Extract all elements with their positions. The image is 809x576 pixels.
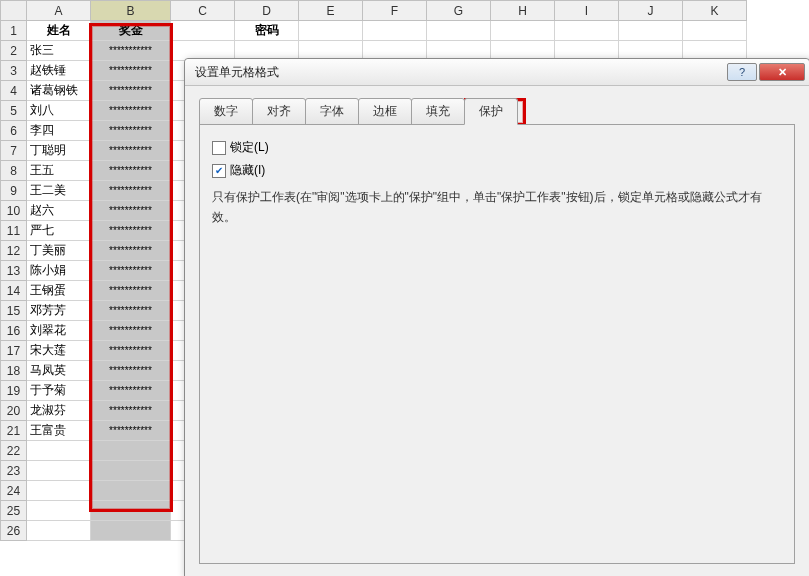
col-head-c[interactable]: C bbox=[171, 1, 235, 21]
cell-B22[interactable] bbox=[91, 441, 171, 461]
row-head-18[interactable]: 18 bbox=[1, 361, 27, 381]
cell-A17[interactable]: 宋大莲 bbox=[27, 341, 91, 361]
row-head-13[interactable]: 13 bbox=[1, 261, 27, 281]
cell-B21[interactable]: *********** bbox=[91, 421, 171, 441]
row-head-7[interactable]: 7 bbox=[1, 141, 27, 161]
row-head-15[interactable]: 15 bbox=[1, 301, 27, 321]
row-head-25[interactable]: 25 bbox=[1, 501, 27, 521]
lock-checkbox[interactable] bbox=[212, 141, 226, 155]
cell-B8[interactable]: *********** bbox=[91, 161, 171, 181]
row-head-8[interactable]: 8 bbox=[1, 161, 27, 181]
cell-E1[interactable] bbox=[299, 21, 363, 41]
cell-A5[interactable]: 刘八 bbox=[27, 101, 91, 121]
cell-B16[interactable]: *********** bbox=[91, 321, 171, 341]
cell-A2[interactable]: 张三 bbox=[27, 41, 91, 61]
row-head-21[interactable]: 21 bbox=[1, 421, 27, 441]
row-head-11[interactable]: 11 bbox=[1, 221, 27, 241]
cell-H1[interactable] bbox=[491, 21, 555, 41]
cell-A21[interactable]: 王富贵 bbox=[27, 421, 91, 441]
col-head-b[interactable]: B bbox=[91, 1, 171, 21]
cell-A19[interactable]: 于予菊 bbox=[27, 381, 91, 401]
cell-B15[interactable]: *********** bbox=[91, 301, 171, 321]
tab-1[interactable]: 对齐 bbox=[252, 98, 306, 125]
cell-K1[interactable] bbox=[683, 21, 747, 41]
cell-B19[interactable]: *********** bbox=[91, 381, 171, 401]
cell-B26[interactable] bbox=[91, 521, 171, 541]
cell-A18[interactable]: 马凤英 bbox=[27, 361, 91, 381]
row-head-1[interactable]: 1 bbox=[1, 21, 27, 41]
cell-G1[interactable] bbox=[427, 21, 491, 41]
row-head-22[interactable]: 22 bbox=[1, 441, 27, 461]
cell-A25[interactable] bbox=[27, 501, 91, 521]
tab-5[interactable]: 保护 bbox=[464, 98, 518, 125]
cell-A22[interactable] bbox=[27, 441, 91, 461]
col-head-g[interactable]: G bbox=[427, 1, 491, 21]
col-head-f[interactable]: F bbox=[363, 1, 427, 21]
cell-B3[interactable]: *********** bbox=[91, 61, 171, 81]
row-head-24[interactable]: 24 bbox=[1, 481, 27, 501]
cell-B20[interactable]: *********** bbox=[91, 401, 171, 421]
col-head-e[interactable]: E bbox=[299, 1, 363, 21]
hide-checkbox[interactable]: ✔ bbox=[212, 164, 226, 178]
row-head-3[interactable]: 3 bbox=[1, 61, 27, 81]
cell-A13[interactable]: 陈小娟 bbox=[27, 261, 91, 281]
row-head-16[interactable]: 16 bbox=[1, 321, 27, 341]
cell-B24[interactable] bbox=[91, 481, 171, 501]
cell-D1[interactable]: 密码 bbox=[235, 21, 299, 41]
cell-A23[interactable] bbox=[27, 461, 91, 481]
cell-A8[interactable]: 王五 bbox=[27, 161, 91, 181]
cell-B23[interactable] bbox=[91, 461, 171, 481]
row-head-2[interactable]: 2 bbox=[1, 41, 27, 61]
cell-A20[interactable]: 龙淑芬 bbox=[27, 401, 91, 421]
row-head-5[interactable]: 5 bbox=[1, 101, 27, 121]
cell-A15[interactable]: 邓芳芳 bbox=[27, 301, 91, 321]
cell-A6[interactable]: 李四 bbox=[27, 121, 91, 141]
cell-A14[interactable]: 王钢蛋 bbox=[27, 281, 91, 301]
cell-A4[interactable]: 诸葛钢铁 bbox=[27, 81, 91, 101]
cell-A3[interactable]: 赵铁锤 bbox=[27, 61, 91, 81]
tab-2[interactable]: 字体 bbox=[305, 98, 359, 125]
close-button[interactable]: ✕ bbox=[759, 63, 805, 81]
cell-B14[interactable]: *********** bbox=[91, 281, 171, 301]
help-button[interactable]: ? bbox=[727, 63, 757, 81]
row-head-20[interactable]: 20 bbox=[1, 401, 27, 421]
tab-4[interactable]: 填充 bbox=[411, 98, 465, 125]
cell-A9[interactable]: 王二美 bbox=[27, 181, 91, 201]
col-head-i[interactable]: I bbox=[555, 1, 619, 21]
row-head-19[interactable]: 19 bbox=[1, 381, 27, 401]
col-head-j[interactable]: J bbox=[619, 1, 683, 21]
row-head-26[interactable]: 26 bbox=[1, 521, 27, 541]
cell-A1[interactable]: 姓名 bbox=[27, 21, 91, 41]
cell-I1[interactable] bbox=[555, 21, 619, 41]
cell-B12[interactable]: *********** bbox=[91, 241, 171, 261]
row-head-6[interactable]: 6 bbox=[1, 121, 27, 141]
cell-A11[interactable]: 严七 bbox=[27, 221, 91, 241]
cell-B18[interactable]: *********** bbox=[91, 361, 171, 381]
cell-J1[interactable] bbox=[619, 21, 683, 41]
cell-A10[interactable]: 赵六 bbox=[27, 201, 91, 221]
dialog-titlebar[interactable]: 设置单元格格式 ? ✕ bbox=[185, 59, 809, 86]
row-head-23[interactable]: 23 bbox=[1, 461, 27, 481]
row-head-4[interactable]: 4 bbox=[1, 81, 27, 101]
tab-3[interactable]: 边框 bbox=[358, 98, 412, 125]
col-head-d[interactable]: D bbox=[235, 1, 299, 21]
select-all-corner[interactable] bbox=[1, 1, 27, 21]
tab-0[interactable]: 数字 bbox=[199, 98, 253, 125]
cell-B2[interactable]: *********** bbox=[91, 41, 171, 61]
cell-F1[interactable] bbox=[363, 21, 427, 41]
col-head-k[interactable]: K bbox=[683, 1, 747, 21]
cell-B4[interactable]: *********** bbox=[91, 81, 171, 101]
cell-A7[interactable]: 丁聪明 bbox=[27, 141, 91, 161]
row-head-10[interactable]: 10 bbox=[1, 201, 27, 221]
row-head-9[interactable]: 9 bbox=[1, 181, 27, 201]
cell-C1[interactable] bbox=[171, 21, 235, 41]
cell-B10[interactable]: *********** bbox=[91, 201, 171, 221]
cell-A24[interactable] bbox=[27, 481, 91, 501]
cell-B25[interactable] bbox=[91, 501, 171, 521]
cell-B11[interactable]: *********** bbox=[91, 221, 171, 241]
row-head-12[interactable]: 12 bbox=[1, 241, 27, 261]
cell-A26[interactable] bbox=[27, 521, 91, 541]
row-head-14[interactable]: 14 bbox=[1, 281, 27, 301]
cell-B6[interactable]: *********** bbox=[91, 121, 171, 141]
cell-B1[interactable]: 奖金 bbox=[91, 21, 171, 41]
